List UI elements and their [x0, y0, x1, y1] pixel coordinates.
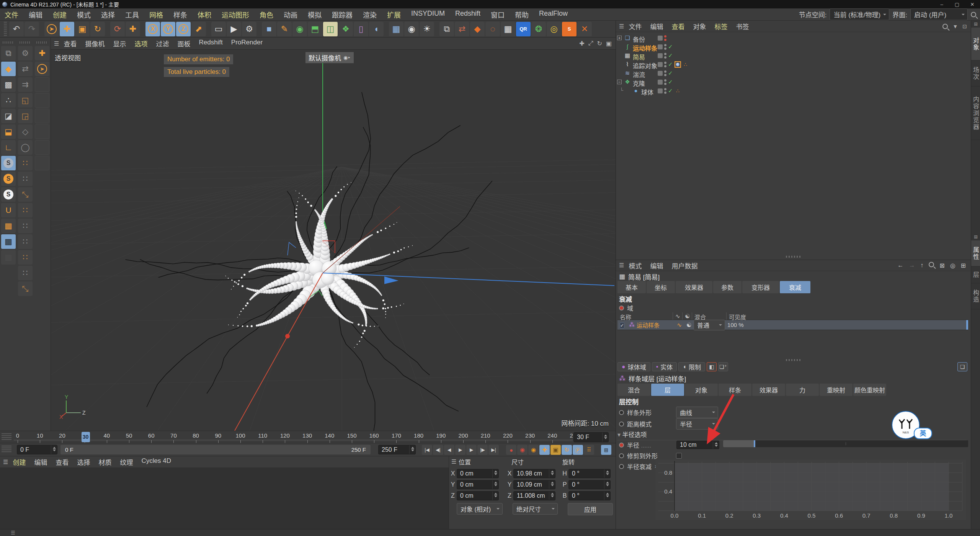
live-selection-icon[interactable]: ➤	[44, 22, 59, 36]
size-Y-input[interactable]: 10.09 cm	[513, 480, 555, 489]
layer-tab-效果器[interactable]: 效果器	[752, 384, 785, 396]
layer-tab-力[interactable]: 力	[786, 384, 819, 396]
lock-x-axis-icon[interactable]: X	[145, 22, 160, 36]
history-forward-icon[interactable]: →	[909, 262, 915, 269]
play-button[interactable]: ▶	[455, 445, 466, 455]
om-filter-icon[interactable]: ▼	[952, 23, 958, 29]
size-X-input[interactable]: 10.98 cm	[513, 469, 555, 478]
dots-up-icon[interactable]: ∷	[18, 219, 33, 233]
am-menu-1[interactable]: 编辑	[650, 261, 663, 270]
dots-b-icon[interactable]: ∷	[18, 172, 33, 186]
view-name-label[interactable]: 透视视图	[55, 53, 81, 62]
insydium-s-icon[interactable]: S	[562, 22, 577, 36]
dots-resize2-icon[interactable]: ⤡	[18, 281, 33, 296]
rotation-H-input[interactable]: 0 °	[568, 469, 611, 478]
viewport-menu-0[interactable]: 查看	[64, 39, 77, 48]
sphere-dim-icon[interactable]: ◯	[18, 140, 33, 155]
layer-tab-样条[interactable]: 样条	[719, 384, 751, 396]
dots-show-icon[interactable]: ∷	[18, 266, 33, 280]
model-mode-icon[interactable]: ◆	[1, 62, 16, 76]
viewport-menu-4[interactable]: 过滤	[156, 39, 169, 48]
radius-falloff-graph[interactable]: 0.80.40.00.10.20.30.40.50.60.70.80.91.0	[656, 459, 966, 520]
solo-button[interactable]: ▤	[601, 445, 611, 455]
redo-icon[interactable]: ↷	[24, 22, 39, 36]
om-menu-0[interactable]: 文件	[629, 21, 642, 31]
scale-tool-icon[interactable]: ▣	[75, 22, 90, 36]
toolbar-grip[interactable]	[4, 22, 7, 36]
key-pla-button[interactable]: ⠿	[584, 445, 594, 455]
layer-color-square[interactable]	[658, 62, 663, 67]
size-mode-dropdown[interactable]: 绝对尺寸	[513, 503, 558, 515]
apply-button[interactable]: 应用	[568, 503, 613, 515]
timeline-ruler[interactable]: 0102030405060708090100110120130140150160…	[14, 431, 573, 444]
visibility-dots[interactable]	[664, 70, 666, 77]
radius-input[interactable]: 10 cm	[676, 441, 719, 449]
field-blend-dropdown[interactable]: 普通	[694, 320, 725, 330]
xp-modifier-icon[interactable]: ◌	[485, 22, 500, 36]
slot-6-icon[interactable]	[35, 156, 49, 170]
xp-emitter-icon[interactable]: ◆	[470, 22, 485, 36]
particle-tag-icon[interactable]: ∴	[675, 88, 681, 94]
fields-radio-icon[interactable]	[619, 306, 624, 310]
selection-palette-icon[interactable]: ➤	[35, 62, 49, 76]
subdivision-surface-icon[interactable]: ◉	[292, 22, 307, 36]
enabled-check-icon[interactable]: ✓	[668, 70, 673, 77]
panel-splitter[interactable]	[786, 256, 801, 258]
next-frame-button[interactable]: ▶	[466, 445, 477, 455]
visibility-dots[interactable]	[664, 35, 666, 41]
visibility-dots[interactable]	[664, 53, 666, 59]
render-picture-viewer-icon[interactable]: ▶	[227, 22, 241, 36]
tab-效果器[interactable]: 效果器	[676, 281, 712, 293]
layer-color-square[interactable]	[658, 53, 663, 58]
field-enabled-checkbox[interactable]: ✓	[620, 322, 624, 328]
position-X-input[interactable]: 0 cm	[457, 469, 499, 478]
object-manager-menu-icon[interactable]: ☰	[619, 23, 624, 30]
goto-start-button[interactable]: |◀	[422, 445, 432, 455]
dots-down-icon[interactable]: ∷	[18, 234, 33, 249]
workplane-icon[interactable]: ⧉	[439, 22, 454, 36]
timeline-grip[interactable]	[2, 433, 11, 441]
axis-mode-icon[interactable]: ∟	[1, 140, 16, 155]
lock-workplane-icon[interactable]: ▦	[1, 234, 16, 249]
lock-y-axis-icon[interactable]: Y	[161, 22, 175, 36]
slot-5-icon[interactable]	[35, 140, 49, 155]
deformer-bend-icon[interactable]: ◫	[323, 22, 338, 36]
enabled-check-icon[interactable]: ✓	[668, 52, 673, 59]
object-row-简易[interactable]: ▦简易✓	[616, 51, 971, 60]
radius-keyframe-icon[interactable]	[619, 443, 624, 448]
main-menu-15[interactable]: 扩展	[387, 10, 401, 20]
distance-mode-dropdown[interactable]: 半径	[676, 418, 718, 430]
layer-color-square[interactable]	[658, 88, 663, 93]
main-menu-11[interactable]: 动画	[284, 10, 297, 20]
main-menu-4[interactable]: 选择	[101, 10, 115, 20]
layer-color-square[interactable]	[658, 71, 663, 76]
move-palette-icon[interactable]: ✚	[35, 46, 49, 60]
object-row-追踪对象[interactable]: ⌇追踪对象✓∴	[616, 60, 971, 69]
qr-plugin-icon[interactable]: QR	[516, 22, 531, 36]
lock-z-axis-icon[interactable]: Z	[176, 22, 191, 36]
field-button-限制[interactable]: ◖限制	[678, 362, 705, 371]
target-plugin-icon[interactable]: ◎	[547, 22, 561, 36]
viewport-menu-7[interactable]: ProRender	[231, 39, 263, 48]
expander-icon[interactable]: +	[617, 36, 622, 40]
layer-color-square[interactable]	[658, 80, 663, 85]
next-key-button[interactable]: |▶	[477, 445, 488, 455]
top-tab-内容浏览器[interactable]: 内容浏览器	[971, 87, 980, 140]
main-menu-6[interactable]: 网格	[149, 10, 163, 20]
layer-color-square[interactable]	[658, 36, 663, 41]
generator-extrude-icon[interactable]: ⬒	[308, 22, 322, 36]
slot-1-icon[interactable]	[35, 77, 49, 92]
timeline-range-slider[interactable]: 0 F 250 F	[60, 445, 371, 454]
main-menu-13[interactable]: 跟踪器	[332, 10, 353, 20]
metaball-icon[interactable]: ◖	[369, 22, 384, 36]
spline-shape-dropdown[interactable]: 曲线	[676, 407, 718, 418]
dots-resize-icon[interactable]: ⤡	[18, 187, 33, 202]
om-bookmark-icon[interactable]: ⊡	[962, 23, 967, 29]
bottom-tab-层[interactable]: 层	[971, 266, 980, 283]
status-menu-icon[interactable]: ☰	[11, 530, 15, 536]
main-menu-2[interactable]: 创建	[53, 10, 67, 20]
position-Y-input[interactable]: 0 cm	[457, 480, 499, 489]
xparticles-icon[interactable]: ✕	[577, 22, 592, 36]
main-menu-14[interactable]: 渲染	[363, 10, 377, 20]
viewport-menu-1[interactable]: 摄像机	[85, 39, 105, 48]
